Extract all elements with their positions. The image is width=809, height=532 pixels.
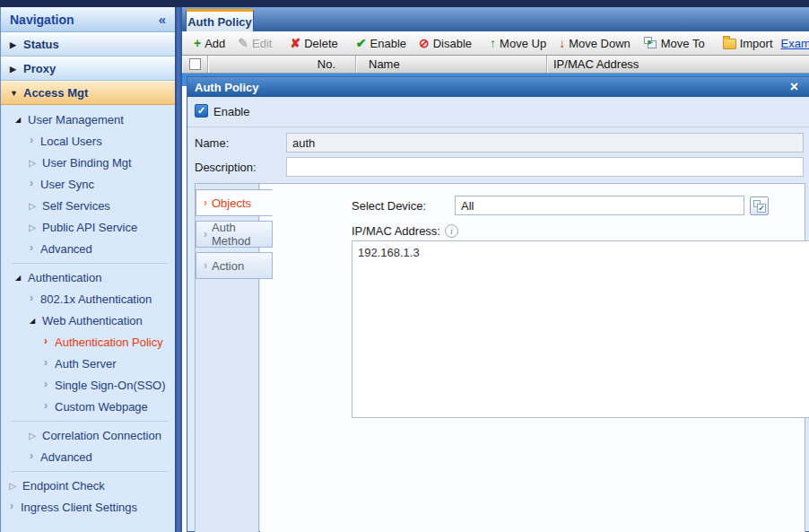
leaf-marker-icon: › — [42, 356, 49, 369]
check-icon: ✓ — [757, 204, 766, 213]
leaf-marker-icon: › — [42, 378, 49, 390]
leaf-marker-icon: › — [28, 292, 35, 304]
ip-mac-label-row: IP/MAC Address: i — [352, 224, 458, 238]
tab-bar: Auth Policy — [182, 7, 809, 31]
sidebar-item-auth-server[interactable]: ›Auth Server — [1, 353, 175, 374]
sidebar-item-label: Self Services — [42, 199, 110, 213]
toolbar-button-label: Move To — [661, 37, 705, 50]
toolbar-button-enable[interactable]: ✔Enable — [350, 33, 413, 53]
leaf-marker-icon: › — [42, 399, 49, 412]
sidebar-item-correlation-connection[interactable]: ▷Correlation Connection — [1, 424, 175, 446]
select-device-label: Select Device: — [352, 199, 426, 213]
sidebar-item-access-mgt[interactable]: ▼Access Mgt — [1, 81, 175, 105]
toolbar-button-label: Enable — [370, 37, 406, 50]
auth-policy-dialog: Auth Policy × ✓ Enable Name: Description… — [187, 76, 809, 532]
sidebar-item-label: User Binding Mgt — [42, 156, 132, 170]
cross-icon: ✘ — [290, 37, 300, 49]
dialog-body: ✓ Enable Name: Description: Select Devic… — [187, 97, 809, 531]
sidebar-item-authentication[interactable]: ◢Authentication — [1, 266, 175, 288]
select-all-cell — [182, 56, 208, 73]
info-icon[interactable]: i — [445, 224, 458, 238]
collapsed-marker-icon: ▷ — [28, 431, 37, 440]
tree-separator — [12, 471, 168, 472]
sidebar-item-label: User Management — [28, 113, 124, 126]
dialog-tab-action[interactable]: ›Action — [196, 252, 273, 279]
sidebar-item-proxy[interactable]: ▶Proxy — [1, 57, 175, 81]
toolbar-button-edit[interactable]: ✎Edit — [231, 33, 278, 53]
triangle-marker-icon: ▶ — [10, 40, 23, 49]
dialog-tab-auth-method[interactable]: ›Auth Method — [196, 221, 273, 248]
collapsed-marker-icon: ▷ — [28, 158, 37, 168]
top-strip — [0, 0, 809, 7]
chevron-right-icon: › — [204, 196, 207, 209]
tab-auth-policy[interactable]: Auth Policy — [186, 9, 254, 31]
toolbar-button-import[interactable]: Import — [717, 33, 779, 53]
sidebar-item-advanced[interactable]: ›Advanced — [1, 446, 175, 467]
table-header: No.NameIP/MAC Address — [182, 56, 809, 74]
select-all-checkbox[interactable] — [189, 58, 201, 70]
sidebar-item-ingress-client-settings[interactable]: ›Ingress Client Settings — [1, 496, 175, 518]
collapse-sidebar-icon[interactable]: « — [159, 12, 166, 27]
enable-label: Enable — [213, 105, 249, 118]
toolbar-button-label: Edit — [252, 37, 272, 50]
enable-checkbox[interactable]: ✓ — [195, 104, 208, 118]
sidebar-item-local-users[interactable]: ›Local Users — [1, 130, 175, 152]
tree-separator — [12, 263, 168, 264]
sidebar-item-label: User Sync — [40, 178, 94, 191]
leaf-marker-icon: › — [42, 335, 49, 347]
sidebar-item-802-1x-authentication[interactable]: ›802.1x Authentication — [1, 288, 175, 310]
toolbar-button-move-up[interactable]: ↑Move Up — [483, 33, 552, 53]
expanded-marker-icon: ◢ — [28, 317, 37, 325]
leaf-marker-icon: › — [8, 500, 15, 512]
sidebar-item-single-sign-on-sso[interactable]: ›Single Sign-On(SSO) — [1, 374, 175, 396]
toolbar-button-add[interactable]: +Add — [187, 33, 231, 53]
collapsed-marker-icon: ▷ — [28, 201, 37, 211]
sidebar-item-user-management[interactable]: ◢User Management — [1, 109, 175, 130]
sidebar-item-user-sync[interactable]: ›User Sync — [1, 173, 175, 195]
dialog-tab-objects[interactable]: ›Objects — [196, 189, 273, 216]
app-window: Navigation « ▶Status▶Proxy▼Access Mgt ◢U… — [0, 0, 809, 532]
sidebar-item-status[interactable]: ▶Status — [1, 32, 175, 57]
sidebar-title: Navigation — [10, 13, 74, 27]
name-field[interactable] — [286, 133, 804, 153]
sidebar-item-endpoint-check[interactable]: ▷Endpoint Check — [1, 475, 175, 496]
sidebar-item-user-binding-mgt[interactable]: ▷User Binding Mgt — [1, 152, 175, 173]
sidebar-item-label: 802.1x Authentication — [40, 292, 152, 306]
toolbar-button-label: Disable — [433, 37, 472, 50]
toolbar-button-label: Add — [204, 37, 225, 50]
chevron-right-icon: › — [204, 228, 207, 240]
sidebar-item-public-api-service[interactable]: ▷Public API Service — [1, 216, 175, 238]
sidebar-item-label: Ingress Client Settings — [21, 501, 137, 514]
sidebar-item-custom-webpage[interactable]: ›Custom Webpage — [1, 396, 175, 417]
sidebar-item-label: Correlation Connection — [42, 429, 161, 442]
policy-settings-group: Select Device: ✓ IP/MAC Address: i 192.1… — [195, 183, 805, 532]
description-field[interactable] — [286, 157, 804, 177]
example-file-link[interactable]: Example File — [781, 37, 809, 50]
dialog-title: Auth Policy — [195, 81, 259, 94]
sidebar-item-label: Advanced — [40, 242, 92, 256]
toolbar-button-move-to[interactable]: ▸Move To — [637, 33, 711, 53]
sidebar-item-web-authentication[interactable]: ◢Web Authentication — [1, 310, 175, 331]
close-icon[interactable]: × — [790, 80, 798, 94]
sidebar-splitter[interactable] — [175, 7, 182, 532]
main-content: Auth Policy +Add✎Edit✘Delete✔Enable⊘Disa… — [182, 7, 809, 532]
leaf-marker-icon: › — [28, 177, 35, 189]
sidebar-header: Navigation « — [1, 7, 175, 32]
expanded-marker-icon: ◢ — [13, 274, 22, 282]
sidebar-item-authentication-policy[interactable]: ›Authentication Policy — [1, 331, 175, 353]
sidebar-item-self-services[interactable]: ▷Self Services — [1, 195, 175, 216]
toolbar-button-delete[interactable]: ✘Delete — [283, 33, 344, 53]
divider — [187, 126, 809, 127]
toolbar-button-move-down[interactable]: ↓Move Down — [552, 33, 637, 53]
toolbar-button-disable[interactable]: ⊘Disable — [413, 33, 478, 53]
ip-mac-address-textarea[interactable]: 192.168.1.3 — [352, 240, 809, 418]
sidebar-item-advanced[interactable]: ›Advanced — [1, 238, 175, 259]
triangle-marker-icon: ▼ — [10, 89, 23, 98]
multi-select-picker-icon[interactable]: ✓ — [750, 196, 769, 215]
collapsed-marker-icon: ▷ — [8, 481, 17, 491]
import-icon — [723, 39, 736, 49]
select-device-combo[interactable] — [455, 196, 744, 215]
sidebar-item-label: Web Authentication — [42, 314, 143, 327]
dialog-tab-label: Objects — [212, 196, 251, 210]
sidebar-item-label: Public API Service — [42, 221, 137, 234]
